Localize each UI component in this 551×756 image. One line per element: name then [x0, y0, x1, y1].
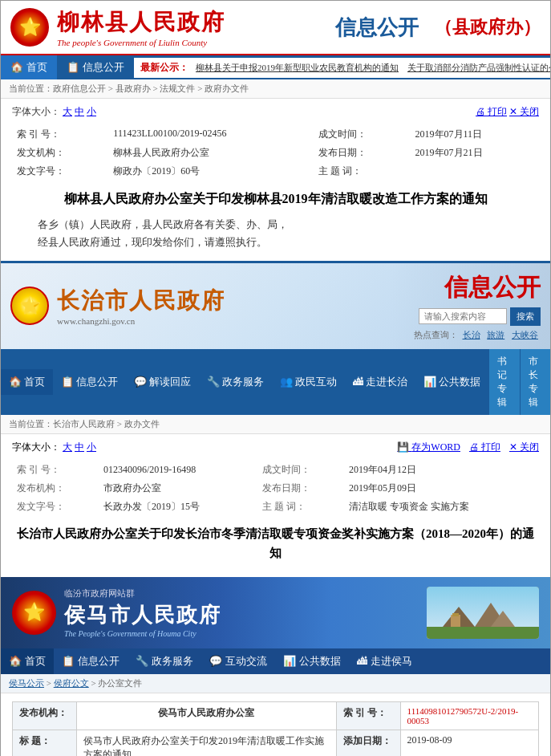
cz-font-small[interactable]: 小	[87, 441, 96, 453]
liulin-nav: 🏠 首页 📋 信息公开 最新公示： 柳林县关于申报2019年新型职业农民教育机构…	[1, 55, 550, 79]
ref-label-cell: 索 引 号：	[336, 701, 400, 730]
cz-org-label: 发布机构：	[12, 479, 99, 498]
hm-nav-interact[interactable]: 💬互动交流	[201, 648, 275, 674]
title-value-cell: 侯马市人民政府办公室关于印发2019年清洁取暖工作实施方案的通知	[77, 730, 337, 756]
service-icon: 🔧	[136, 655, 148, 668]
data-icon: 📊	[283, 655, 296, 668]
changzhi-breadcrumb: 当前位置：长治市人民政府 > 政办文件	[1, 415, 550, 434]
liulin-doc-body: 各乡（镇）人民政府，县人民政府各有关委、办、局， 经县人民政府通过，现印发给你们…	[12, 216, 539, 251]
houma-content: 发布机构： 侯马市人民政府办公室 索 引 号： 1114098101279057…	[1, 693, 550, 756]
service-icon: 🔧	[207, 376, 220, 388]
cz-nav-secretary[interactable]: 书记专辑	[488, 349, 520, 415]
font-medium[interactable]: 中	[75, 106, 84, 117]
changzhi-doc-title: 长治市人民政府办公室关于印发长治市冬季清洁取暖专项资金奖补实施方案（2018—2…	[12, 524, 539, 563]
org-value: 柳林县人民政府办公室	[108, 144, 314, 162]
published-value: 2019年07月21日	[411, 144, 539, 162]
cz-close-link[interactable]: ✕ 关闭	[509, 441, 539, 453]
liulin-nav-home[interactable]: 🏠 首页	[1, 55, 57, 79]
cz-nav-mayor[interactable]: 市长专辑	[520, 349, 551, 415]
table-row: 标 题： 侯马市人民政府办公室关于印发2019年清洁取暖工作实施方案的通知 添加…	[13, 730, 539, 756]
changzhi-nav: 🏠首页 📋信息公开 💬解读回应 🔧政务服务 👥政民互动 🏙走进长治 📊公共数据	[1, 349, 550, 415]
changzhi-search-input[interactable]	[419, 308, 507, 324]
cz-nav-service[interactable]: 🔧政务服务	[199, 369, 272, 395]
added-value-cell: 2019-08-09	[400, 730, 538, 756]
liulin-nav-info[interactable]: 📋 信息公开	[57, 55, 134, 79]
houma-nav: 🏠首页 📋信息公开 🔧政务服务 💬互动交流 📊公共数据 🏙走进侯马	[1, 648, 550, 674]
cz-font-medium[interactable]: 中	[75, 441, 84, 453]
subject-label: 主 题 词：	[314, 162, 410, 181]
cz-nav-interact[interactable]: 👥政民互动	[272, 369, 345, 395]
cz-created-label: 成文时间：	[257, 461, 344, 479]
liulin-content: 字体大小： 大 中 小 🖨 打印 ✕ 关闭 索 引 号： 111423LL001…	[1, 99, 550, 261]
liulin-emblem: ⭐	[10, 8, 49, 47]
org-label-cell: 发布机构：	[13, 701, 77, 730]
hm-nav-home[interactable]: 🏠首页	[1, 648, 54, 674]
hotlink-changzhi[interactable]: 长治	[463, 330, 480, 339]
svg-rect-6	[452, 613, 459, 616]
liulin-county-office: （县政府办）	[435, 15, 541, 39]
hm-nav-data[interactable]: 📊公共数据	[275, 648, 349, 674]
close-link[interactable]: ✕ 关闭	[509, 106, 539, 117]
save-word-link[interactable]: 💾 存为WORD	[397, 441, 460, 453]
info-icon: 📋	[67, 61, 79, 74]
cz-doc-num-label: 发文字号：	[12, 498, 99, 516]
table-row: 发布机构： 侯马市人民政府办公室 索 引 号： 1114098101279057…	[13, 701, 539, 730]
org-label: 发文机构：	[12, 144, 108, 162]
houma-sub-title: The People's Government of Houma City	[64, 629, 419, 638]
svg-rect-5	[451, 615, 460, 627]
changzhi-hotlinks: 热点查询： 长治 旅游 大峡谷	[414, 329, 541, 341]
liulin-main-title: 柳林县人民政府	[57, 7, 311, 38]
hm-nav-about[interactable]: 🏙走进侯马	[349, 648, 420, 674]
about-icon: 🏙	[353, 376, 363, 388]
doc-num-label: 发文字号：	[12, 162, 108, 181]
changzhi-meta-table: 索 引 号： 012340096/2019-16498 成文时间： 2019年0…	[12, 461, 539, 516]
changzhi-search-btn[interactable]: 搜索	[510, 307, 541, 326]
cz-subject-label: 主 题 词：	[257, 498, 344, 516]
breadcrumb-link-1[interactable]: 侯马公示	[9, 678, 44, 688]
ticker-link-1[interactable]: 柳林县关于申报2019年新型职业农民教育机构的通知	[196, 63, 399, 72]
published-label: 发布日期：	[314, 144, 410, 162]
font-small[interactable]: 小	[87, 106, 96, 117]
breadcrumb-link-2[interactable]: 侯府公文	[54, 678, 89, 688]
added-label-cell: 添加日期：	[336, 730, 400, 756]
doc-ref-label: 索 引 号：	[12, 125, 108, 144]
font-large[interactable]: 大	[63, 106, 72, 117]
cz-nav-home[interactable]: 🏠首页	[1, 369, 53, 395]
hotlink-travel[interactable]: 旅游	[487, 330, 504, 339]
cz-nav-data[interactable]: 📊公共数据	[415, 369, 488, 395]
cz-font-large[interactable]: 大	[63, 441, 72, 453]
liulin-meta-table: 索 引 号： 111423LL00100/2019-02456 成文时间： 20…	[12, 125, 539, 181]
cz-doc-actions: 💾 存为WORD 🖨 打印 ✕ 关闭	[397, 441, 539, 454]
ticker-link-2[interactable]: 关于取消部分消防产品强制性认证的公告	[407, 63, 550, 72]
info-icon: 📋	[62, 655, 75, 668]
changzhi-section: ⭐ 长治市人民政府 www.changzhi.gov.cn 信息公开 搜索 热点…	[1, 263, 550, 577]
data-icon: 📊	[423, 376, 436, 388]
hotlink-canyon[interactable]: 大峡谷	[512, 330, 538, 339]
liulin-section: ⭐ 柳林县人民政府 The people's Government of Liu…	[1, 1, 550, 261]
doc-body-text: 经县人民政府通过，现印发给你们，请遵照执行。	[17, 234, 534, 251]
cz-nav-interpret[interactable]: 💬解读回应	[126, 369, 199, 395]
ref-value-cell: 11140981012790572U-2/2019-00053	[400, 701, 538, 730]
changzhi-header: ⭐ 长治市人民政府 www.changzhi.gov.cn 信息公开 搜索 热点…	[1, 263, 550, 349]
home-icon: 🏠	[10, 61, 23, 74]
cz-published-label: 发布日期：	[257, 479, 344, 498]
doc-num-value: 柳政办〔2019〕60号	[108, 162, 314, 181]
liulin-header: ⭐ 柳林县人民政府 The people's Government of Liu…	[1, 1, 550, 55]
hm-nav-info[interactable]: 📋信息公开	[54, 648, 128, 674]
liulin-doc-title: 柳林县人民政府办公室关于印发柳林县2019年清洁取暖改造工作方案的通知	[12, 189, 539, 209]
print-link[interactable]: 🖨 打印	[476, 106, 507, 117]
subject-value	[411, 162, 539, 181]
created-label: 成文时间：	[314, 125, 410, 144]
cz-font-size-row: 字体大小： 大 中 小 💾 存为WORD 🖨 打印 ✕ 关闭	[12, 441, 539, 454]
home-icon: 🏠	[9, 655, 22, 668]
created-value: 2019年07月11日	[411, 125, 539, 144]
hm-nav-service[interactable]: 🔧政务服务	[128, 648, 201, 674]
svg-rect-4	[427, 627, 539, 639]
changzhi-sub-title: www.changzhi.gov.cn	[57, 316, 406, 326]
cz-nav-about[interactable]: 🏙走进长治	[345, 369, 415, 395]
cz-nav-info[interactable]: 📋信息公开	[53, 369, 126, 395]
home-icon: 🏠	[9, 376, 22, 388]
cz-print-link[interactable]: 🖨 打印	[469, 441, 500, 453]
liulin-breadcrumb: 当前位置：政府信息公开 > 县政府办 > 法规文件 > 政府办文件	[1, 79, 550, 99]
font-size-control: 字体大小： 大 中 小	[12, 105, 96, 119]
